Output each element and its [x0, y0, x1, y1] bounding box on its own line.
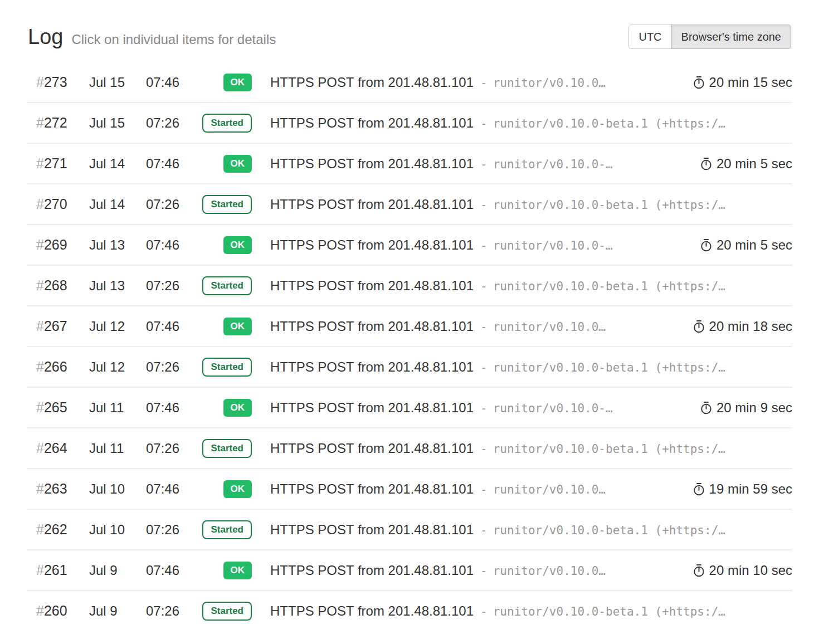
- event-date: Jul 14: [89, 197, 146, 212]
- log-row[interactable]: #271 Jul 14 07:46 OK HTTPS POST from 201…: [27, 143, 792, 183]
- check-number: #267: [27, 318, 89, 334]
- event-date: Jul 12: [89, 319, 146, 334]
- status-badge: Started: [202, 276, 252, 295]
- check-number: #268: [27, 277, 89, 294]
- event-time: 07:46: [146, 319, 199, 334]
- event-message: HTTPS POST from 201.48.81.101: [270, 481, 474, 497]
- separator-dash: -: [480, 483, 488, 496]
- stopwatch-icon: [700, 238, 712, 252]
- event-message: HTTPS POST from 201.48.81.101: [270, 319, 474, 334]
- log-row[interactable]: #265 Jul 11 07:46 OK HTTPS POST from 201…: [27, 387, 792, 427]
- event-description: HTTPS POST from 201.48.81.101 - runitor/…: [252, 156, 684, 172]
- number-value: 265: [44, 399, 67, 415]
- log-row[interactable]: #264 Jul 11 07:26 Started HTTPS POST fro…: [27, 427, 792, 468]
- event-time: 07:26: [146, 359, 199, 375]
- separator-dash: -: [480, 320, 488, 334]
- status-badge: Started: [202, 439, 252, 458]
- user-agent-text: runitor/v0.10.0-beta.1 (+https:/…: [493, 361, 725, 374]
- check-number: #263: [27, 481, 89, 497]
- separator-dash: -: [480, 524, 488, 537]
- event-message: HTTPS POST from 201.48.81.101: [270, 563, 474, 578]
- log-row[interactable]: #273 Jul 15 07:46 OK HTTPS POST from 201…: [27, 62, 792, 102]
- status-badge-cell: OK: [223, 399, 252, 417]
- number-prefix: #: [36, 318, 44, 334]
- duration-text: 20 min 10 sec: [709, 563, 792, 578]
- event-time: 07:26: [146, 278, 199, 294]
- number-value: 260: [44, 603, 67, 618]
- log-page: Log Click on individual items for detail…: [0, 0, 819, 644]
- browser-timezone-button[interactable]: Browser's time zone: [671, 25, 791, 49]
- separator-dash: -: [480, 158, 488, 171]
- log-row[interactable]: #260 Jul 9 07:26 Started HTTPS POST from…: [27, 590, 792, 631]
- number-prefix: #: [36, 440, 44, 456]
- log-row[interactable]: #267 Jul 12 07:46 OK HTTPS POST from 201…: [27, 305, 792, 346]
- user-agent-text: runitor/v0.10.0-beta.1 (+https:/…: [493, 442, 725, 456]
- log-row[interactable]: #268 Jul 13 07:26 Started HTTPS POST fro…: [27, 265, 792, 305]
- number-prefix: #: [36, 521, 44, 537]
- stopwatch-icon: [700, 401, 712, 414]
- utc-button[interactable]: UTC: [628, 25, 671, 49]
- event-date: Jul 15: [89, 115, 146, 131]
- user-agent-text: runitor/v0.10.0…: [493, 76, 606, 90]
- event-message: HTTPS POST from 201.48.81.101: [270, 400, 474, 416]
- event-date: Jul 13: [89, 237, 146, 253]
- log-row[interactable]: #263 Jul 10 07:46 OK HTTPS POST from 201…: [27, 468, 792, 509]
- number-value: 267: [44, 318, 67, 334]
- status-badge: OK: [223, 480, 252, 498]
- stopwatch-icon: [693, 482, 705, 496]
- status-badge-cell: Started: [202, 276, 252, 295]
- duration-text: 20 min 5 sec: [716, 156, 792, 172]
- event-description: HTTPS POST from 201.48.81.101 - runitor/…: [252, 319, 676, 334]
- event-description: HTTPS POST from 201.48.81.101 - runitor/…: [252, 400, 684, 416]
- duration: 20 min 9 sec: [684, 400, 792, 416]
- status-badge-cell: OK: [223, 74, 252, 91]
- log-row[interactable]: #266 Jul 12 07:26 Started HTTPS POST fro…: [27, 346, 792, 387]
- event-time: 07:46: [146, 237, 199, 253]
- status-badge: Started: [202, 520, 252, 539]
- duration: 20 min 5 sec: [684, 156, 792, 172]
- number-value: 261: [44, 562, 67, 578]
- event-message: HTTPS POST from 201.48.81.101: [270, 156, 474, 172]
- event-date: Jul 13: [89, 278, 146, 294]
- log-row[interactable]: #269 Jul 13 07:46 OK HTTPS POST from 201…: [27, 224, 792, 265]
- stopwatch-icon: [693, 564, 705, 577]
- user-agent-text: runitor/v0.10.0-…: [493, 239, 613, 252]
- stopwatch-icon: [693, 320, 705, 333]
- event-date: Jul 15: [89, 75, 146, 90]
- status-badge-cell: OK: [223, 562, 252, 579]
- check-number: #260: [27, 603, 89, 619]
- event-time: 07:46: [146, 563, 199, 578]
- event-message: HTTPS POST from 201.48.81.101: [270, 522, 474, 538]
- log-row[interactable]: #270 Jul 14 07:26 Started HTTPS POST fro…: [27, 183, 792, 224]
- status-badge-cell: Started: [202, 195, 252, 214]
- number-prefix: #: [36, 481, 44, 496]
- event-description: HTTPS POST from 201.48.81.101 - runitor/…: [252, 603, 792, 619]
- status-badge-cell: Started: [202, 114, 252, 133]
- page-subtitle: Click on individual items for details: [71, 32, 276, 47]
- log-row[interactable]: #262 Jul 10 07:26 Started HTTPS POST fro…: [27, 509, 792, 549]
- check-number: #262: [27, 521, 89, 538]
- status-badge-cell: Started: [202, 358, 252, 377]
- status-badge-cell: Started: [202, 439, 252, 458]
- event-description: HTTPS POST from 201.48.81.101 - runitor/…: [252, 441, 792, 456]
- user-agent-text: runitor/v0.10.0-beta.1 (+https:/…: [493, 605, 725, 618]
- duration: 20 min 18 sec: [676, 319, 792, 334]
- user-agent-text: runitor/v0.10.0-beta.1 (+https:/…: [493, 280, 725, 293]
- number-value: 262: [44, 521, 67, 537]
- user-agent-text: runitor/v0.10.0-beta.1 (+https:/…: [493, 117, 725, 130]
- check-number: #271: [27, 155, 89, 172]
- duration-text: 20 min 15 sec: [709, 75, 792, 90]
- status-badge-cell: OK: [223, 318, 252, 335]
- number-prefix: #: [36, 115, 44, 130]
- status-badge-cell: OK: [223, 236, 252, 254]
- status-badge: OK: [223, 318, 252, 335]
- log-row[interactable]: #272 Jul 15 07:26 Started HTTPS POST fro…: [27, 102, 792, 143]
- check-number: #269: [27, 237, 89, 253]
- event-description: HTTPS POST from 201.48.81.101 - runitor/…: [252, 278, 792, 294]
- event-description: HTTPS POST from 201.48.81.101 - runitor/…: [252, 115, 792, 131]
- separator-dash: -: [480, 76, 488, 90]
- check-number: #266: [27, 359, 89, 375]
- event-message: HTTPS POST from 201.48.81.101: [270, 197, 474, 212]
- log-row[interactable]: #261 Jul 9 07:46 OK HTTPS POST from 201.…: [27, 549, 792, 590]
- duration-text: 20 min 5 sec: [716, 237, 792, 253]
